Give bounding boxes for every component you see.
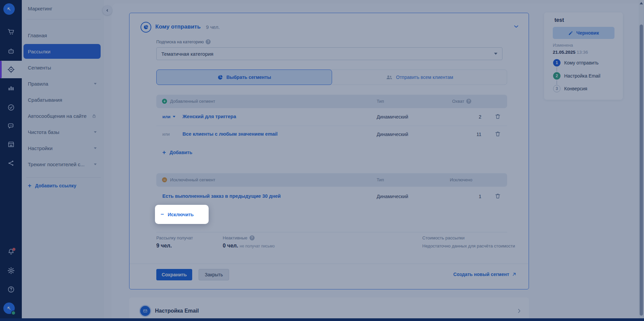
- app-screen: Маркетинг Главная Рассылки Сегменты Прав…: [0, 0, 644, 321]
- minus-icon: −: [161, 212, 164, 217]
- exclude-segment-button[interactable]: − Исключить: [161, 212, 194, 217]
- exclude-button-spotlight: − Исключить: [155, 205, 209, 224]
- modal-overlay: [0, 0, 644, 321]
- exclude-segment-label: Исключить: [168, 212, 194, 217]
